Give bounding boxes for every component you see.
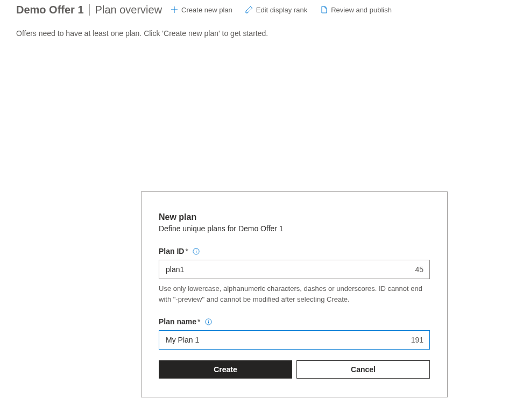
plan-id-help-text: Use only lowercase, alphanumeric charact… <box>159 283 430 304</box>
empty-state-message: Offers need to have at least one plan. C… <box>0 16 509 51</box>
plan-name-char-count: 191 <box>411 336 423 344</box>
title-divider <box>89 4 90 16</box>
create-new-plan-label: Create new plan <box>181 6 232 14</box>
create-new-plan-button[interactable]: Create new plan <box>165 4 238 16</box>
dialog-subtitle: Define unique plans for Demo Offer 1 <box>159 224 430 233</box>
plan-id-input-wrapper: 45 <box>159 260 430 279</box>
plan-name-input[interactable] <box>159 330 430 350</box>
new-plan-dialog: New plan Define unique plans for Demo Of… <box>141 191 448 397</box>
plan-id-field-group: Plan ID* 45 Use only lowercase, alphanum… <box>159 247 430 304</box>
info-icon[interactable] <box>204 318 212 325</box>
plan-id-label: Plan ID* <box>159 247 430 255</box>
plan-id-input[interactable] <box>159 260 430 279</box>
svg-point-4 <box>196 250 196 250</box>
create-button[interactable]: Create <box>159 360 292 379</box>
svg-point-7 <box>208 320 209 321</box>
plus-icon <box>171 6 178 13</box>
cancel-button[interactable]: Cancel <box>296 360 430 379</box>
review-publish-button[interactable]: Review and publish <box>315 4 397 16</box>
toolbar: Create new plan Edit display rank Review… <box>165 4 397 16</box>
review-publish-label: Review and publish <box>331 6 392 14</box>
dialog-title: New plan <box>159 212 430 222</box>
offer-title: Demo Offer 1 <box>16 4 89 16</box>
page-title: Plan overview <box>95 4 162 16</box>
edit-display-rank-button[interactable]: Edit display rank <box>240 4 313 16</box>
info-icon[interactable] <box>193 247 200 255</box>
dialog-button-row: Create Cancel <box>159 360 430 379</box>
pencil-icon <box>245 6 253 13</box>
document-icon <box>320 6 328 13</box>
edit-display-rank-label: Edit display rank <box>256 6 307 14</box>
plan-name-input-wrapper: 191 <box>159 330 430 350</box>
page-header: Demo Offer 1 Plan overview Create new pl… <box>0 0 509 16</box>
plan-name-label: Plan name* <box>159 317 430 326</box>
plan-id-char-count: 45 <box>415 265 423 274</box>
plan-name-field-group: Plan name* 191 <box>159 317 430 350</box>
